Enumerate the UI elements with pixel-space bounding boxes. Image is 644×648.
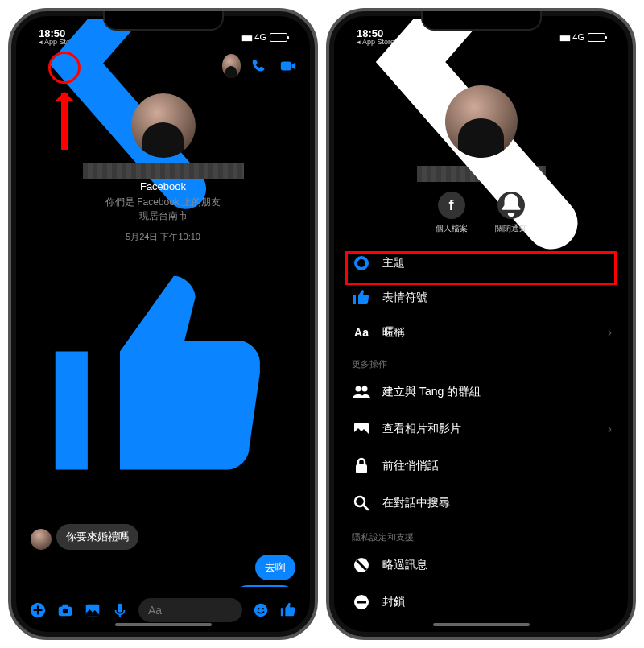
profile-avatar-large[interactable]: [131, 93, 196, 158]
setting-label: 略過訊息: [382, 558, 427, 572]
bell-icon: [497, 192, 525, 219]
section-privacy: 隱私設定和支援: [337, 522, 625, 547]
section-more: 更多操作: [337, 349, 625, 374]
camera-icon[interactable]: [56, 601, 74, 619]
block-icon: [352, 592, 371, 612]
gallery-icon[interactable]: [84, 601, 101, 619]
svg-rect-17: [357, 601, 366, 604]
profile-avatar-large[interactable]: [445, 85, 518, 158]
battery-icon: [588, 33, 605, 42]
chat-header: [19, 48, 307, 84]
setting-search[interactable]: 在對話中搜尋: [337, 485, 625, 522]
setting-media[interactable]: 查看相片和影片›: [337, 411, 625, 448]
header-avatar[interactable]: [222, 54, 241, 78]
setting-secret[interactable]: 前往悄悄話: [337, 448, 625, 485]
svg-point-7: [254, 604, 268, 617]
svg-rect-0: [281, 62, 291, 71]
setting-label: 暱稱: [382, 325, 405, 340]
svg-point-11: [362, 386, 368, 392]
setting-label: 查看相片和影片: [382, 422, 461, 436]
mute-action[interactable]: 關閉通知: [495, 192, 527, 234]
chevron-right-icon: ›: [608, 422, 612, 436]
battery-icon: [270, 33, 287, 42]
profile-name-censored: [83, 163, 244, 179]
svg-point-3: [63, 609, 68, 613]
friends-line: 你們是 Facebook 上的朋友: [31, 196, 295, 209]
video-icon[interactable]: [279, 57, 297, 75]
home-indicator[interactable]: [433, 623, 530, 626]
setting-emoji[interactable]: 表情符號: [337, 279, 625, 316]
photo-icon: [352, 419, 371, 439]
aa-icon: Aa: [352, 326, 371, 339]
signal-icon: [242, 32, 251, 42]
group-icon: [352, 382, 371, 402]
setting-group[interactable]: 建立與 Tang 的群組: [337, 374, 625, 411]
ignore-icon: [352, 555, 371, 575]
chevron-right-icon: ›: [608, 325, 612, 340]
chat-screen: 18:50 ◂ App Store 4G: [19, 19, 307, 629]
svg-point-10: [356, 386, 361, 392]
lock-icon: [352, 456, 371, 476]
setting-label: 前往悄悄話: [382, 459, 439, 473]
setting-label: 主題: [382, 256, 405, 270]
outgoing-bubble[interactable]: 參加一下: [234, 585, 295, 587]
settings-header: [337, 48, 625, 80]
svg-point-9: [262, 608, 264, 609]
profile-action[interactable]: f 個人檔案: [436, 192, 468, 234]
home-indicator[interactable]: [115, 623, 212, 626]
notch: [421, 11, 542, 31]
message-input-bar: Aa: [19, 593, 307, 622]
annotation-arrow: [61, 93, 68, 150]
theme-icon: [352, 256, 371, 270]
settings-list: 主題表情符號Aa暱稱›更多操作建立與 Tang 的群組查看相片和影片›前往悄悄話…: [337, 247, 625, 621]
setting-theme[interactable]: 主題: [337, 247, 625, 279]
conversation-timestamp: 5月24日 下午10:10: [31, 231, 295, 243]
call-icon[interactable]: [250, 57, 268, 75]
emoji-icon[interactable]: [252, 601, 270, 619]
setting-ignore[interactable]: 略過訊息: [337, 547, 625, 584]
setting-label: 封鎖: [382, 595, 405, 609]
message-input[interactable]: Aa: [138, 598, 242, 622]
setting-nickname[interactable]: Aa暱稱›: [337, 316, 625, 349]
like-icon: [352, 288, 371, 307]
message-row: 去啊: [31, 555, 295, 580]
setting-block[interactable]: 封鎖: [337, 584, 625, 621]
outgoing-bubble[interactable]: 去啊: [255, 555, 295, 580]
profile-source: Facebook: [31, 180, 295, 192]
like-sticker: [34, 254, 292, 518]
like-button[interactable]: [279, 601, 297, 619]
svg-point-8: [258, 608, 259, 609]
svg-rect-6: [118, 604, 122, 613]
phone-left: 18:50 ◂ App Store 4G: [8, 8, 318, 640]
lives-line: 現居台南市: [31, 209, 295, 223]
setting-label: 表情符號: [382, 291, 427, 305]
message-row: 參加一下: [31, 585, 295, 587]
chat-body[interactable]: Facebook 你們是 Facebook 上的朋友 現居台南市 5月24日 下…: [19, 84, 307, 587]
notch: [103, 11, 224, 31]
message-row: 你要來婚禮嗎: [31, 524, 295, 550]
facebook-icon: f: [438, 192, 465, 219]
search-icon: [352, 493, 371, 513]
svg-rect-4: [62, 605, 68, 608]
mic-icon[interactable]: [111, 601, 129, 619]
phone-right: 18:50 ◂ App Store 4G f 個人檔案: [326, 8, 636, 640]
incoming-bubble[interactable]: 你要來婚禮嗎: [56, 524, 138, 550]
network-label: 4G: [254, 32, 266, 42]
add-icon[interactable]: [29, 601, 47, 619]
setting-label: 在對話中搜尋: [382, 496, 450, 510]
svg-rect-13: [356, 464, 367, 473]
setting-label: 建立與 Tang 的群組: [382, 385, 481, 399]
settings-screen: 18:50 ◂ App Store 4G f 個人檔案: [337, 19, 625, 629]
message-avatar[interactable]: [31, 529, 52, 550]
